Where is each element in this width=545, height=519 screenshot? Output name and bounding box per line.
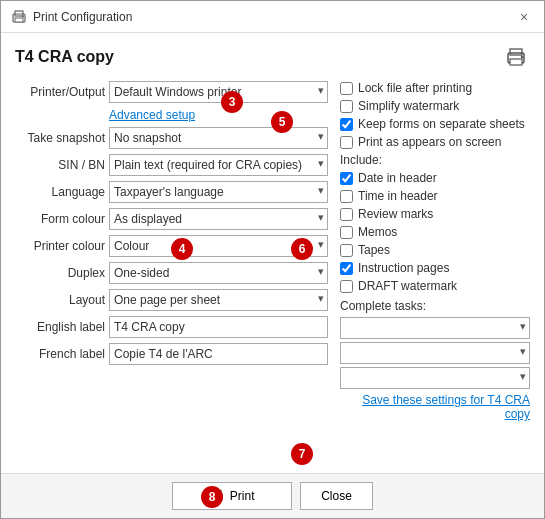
- complete-tasks-select-3-wrapper: [340, 367, 530, 389]
- layout-label: Layout: [15, 293, 105, 307]
- simplify-watermark-checkbox[interactable]: [340, 100, 353, 113]
- sin-row: SIN / BN Plain text (required for CRA co…: [15, 154, 328, 176]
- print-button[interactable]: Print: [172, 482, 292, 510]
- language-row: Language Taxpayer's language: [15, 181, 328, 203]
- printer-output-select-wrapper: Default Windows printer: [109, 81, 328, 103]
- instruction-pages-row: Instruction pages: [340, 261, 530, 275]
- form-colour-row: Form colour As displayed: [15, 208, 328, 230]
- form-colour-select[interactable]: As displayed: [109, 208, 328, 230]
- lock-file-checkbox[interactable]: [340, 82, 353, 95]
- right-panel: Lock file after printing Simplify waterm…: [340, 81, 530, 421]
- snapshot-select[interactable]: No snapshot: [109, 127, 328, 149]
- duplex-label: Duplex: [15, 266, 105, 280]
- annotation-4: 4: [171, 238, 193, 260]
- complete-tasks-select-2-wrapper: [340, 342, 530, 364]
- memos-row: Memos: [340, 225, 530, 239]
- french-label-input[interactable]: [109, 343, 328, 365]
- save-link-row: Save these settings for T4 CRA copy: [340, 393, 530, 421]
- instruction-pages-checkbox[interactable]: [340, 262, 353, 275]
- svg-rect-6: [510, 59, 522, 65]
- snapshot-label: Take snapshot: [15, 131, 105, 145]
- include-label: Include:: [340, 153, 530, 167]
- memos-checkbox[interactable]: [340, 226, 353, 239]
- snapshot-select-wrapper: No snapshot: [109, 127, 328, 149]
- form-colour-select-wrapper: As displayed: [109, 208, 328, 230]
- review-marks-row: Review marks: [340, 207, 530, 221]
- svg-point-7: [521, 56, 523, 58]
- layout-select-wrapper: One page per sheet: [109, 289, 328, 311]
- keep-forms-label: Keep forms on separate sheets: [358, 117, 525, 131]
- date-header-label: Date in header: [358, 171, 437, 185]
- english-label-row: English label: [15, 316, 328, 338]
- svg-point-3: [22, 15, 24, 17]
- sin-select[interactable]: Plain text (required for CRA copies): [109, 154, 328, 176]
- memos-label: Memos: [358, 225, 397, 239]
- complete-tasks-select-3[interactable]: [340, 367, 530, 389]
- printer-icon-button[interactable]: [502, 43, 530, 71]
- date-header-checkbox[interactable]: [340, 172, 353, 185]
- english-label-label: English label: [15, 320, 105, 334]
- printer-colour-label: Printer colour: [15, 239, 105, 253]
- title-bar: Print Configuration ×: [1, 1, 544, 33]
- date-header-row: Date in header: [340, 171, 530, 185]
- review-marks-checkbox[interactable]: [340, 208, 353, 221]
- tapes-checkbox[interactable]: [340, 244, 353, 257]
- complete-tasks-label: Complete tasks:: [340, 299, 530, 313]
- footer: Print Close: [1, 473, 544, 518]
- print-title-icon: [11, 9, 27, 25]
- annotation-5: 5: [271, 111, 293, 133]
- english-label-input[interactable]: [109, 316, 328, 338]
- printer-icon: [505, 46, 527, 68]
- form-colour-label: Form colour: [15, 212, 105, 226]
- instruction-pages-label: Instruction pages: [358, 261, 449, 275]
- save-settings-link[interactable]: Save these settings for T4 CRA copy: [362, 393, 530, 421]
- simplify-watermark-row: Simplify watermark: [340, 99, 530, 113]
- print-as-appears-checkbox[interactable]: [340, 136, 353, 149]
- tapes-row: Tapes: [340, 243, 530, 257]
- window-body: T4 CRA copy Printer/Output: [1, 33, 544, 518]
- sin-select-wrapper: Plain text (required for CRA copies): [109, 154, 328, 176]
- close-button[interactable]: Close: [300, 482, 373, 510]
- time-header-row: Time in header: [340, 189, 530, 203]
- lock-file-row: Lock file after printing: [340, 81, 530, 95]
- print-as-appears-label: Print as appears on screen: [358, 135, 501, 149]
- complete-tasks-select-2[interactable]: [340, 342, 530, 364]
- time-header-checkbox[interactable]: [340, 190, 353, 203]
- draft-watermark-row: DRAFT watermark: [340, 279, 530, 293]
- complete-tasks-select-1[interactable]: [340, 317, 530, 339]
- layout-row: Layout One page per sheet: [15, 289, 328, 311]
- window-title: Print Configuration: [33, 10, 132, 24]
- doc-title-row: T4 CRA copy: [15, 43, 530, 71]
- draft-watermark-checkbox[interactable]: [340, 280, 353, 293]
- keep-forms-row: Keep forms on separate sheets: [340, 117, 530, 131]
- simplify-watermark-label: Simplify watermark: [358, 99, 459, 113]
- annotation-3: 3: [221, 91, 243, 113]
- doc-title: T4 CRA copy: [15, 48, 114, 66]
- language-select[interactable]: Taxpayer's language: [109, 181, 328, 203]
- language-select-wrapper: Taxpayer's language: [109, 181, 328, 203]
- advanced-setup-link[interactable]: Advanced setup: [109, 108, 328, 122]
- tapes-label: Tapes: [358, 243, 390, 257]
- printer-output-select[interactable]: Default Windows printer: [109, 81, 328, 103]
- sin-label: SIN / BN: [15, 158, 105, 172]
- content-area: T4 CRA copy Printer/Output: [1, 33, 544, 473]
- french-label-label: French label: [15, 347, 105, 361]
- draft-watermark-label: DRAFT watermark: [358, 279, 457, 293]
- review-marks-label: Review marks: [358, 207, 433, 221]
- window-close-button[interactable]: ×: [514, 7, 534, 27]
- duplex-select[interactable]: One-sided: [109, 262, 328, 284]
- printer-output-row: Printer/Output Default Windows printer: [15, 81, 328, 103]
- annotation-8: 8: [201, 486, 223, 508]
- french-label-row: French label: [15, 343, 328, 365]
- print-as-appears-row: Print as appears on screen: [340, 135, 530, 149]
- annotation-6: 6: [291, 238, 313, 260]
- duplex-row: Duplex One-sided: [15, 262, 328, 284]
- printer-output-label: Printer/Output: [15, 85, 105, 99]
- layout-select[interactable]: One page per sheet: [109, 289, 328, 311]
- language-label: Language: [15, 185, 105, 199]
- lock-file-label: Lock file after printing: [358, 81, 472, 95]
- duplex-select-wrapper: One-sided: [109, 262, 328, 284]
- complete-tasks-select-1-wrapper: [340, 317, 530, 339]
- time-header-label: Time in header: [358, 189, 438, 203]
- keep-forms-checkbox[interactable]: [340, 118, 353, 131]
